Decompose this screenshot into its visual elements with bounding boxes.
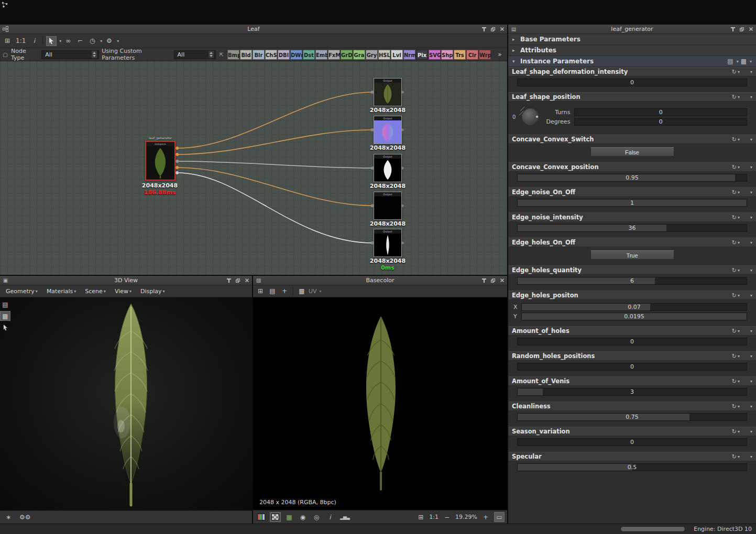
function-icon[interactable]: ↻	[732, 403, 737, 410]
rotation-dial[interactable]	[518, 105, 542, 129]
float-icon[interactable]	[739, 26, 745, 32]
slider-leaf-shape-deformation-intensity[interactable]: 0	[517, 79, 747, 86]
y-input[interactable]: 0.0195	[521, 313, 747, 320]
close-icon[interactable]	[499, 26, 505, 32]
filter-button-DWr[interactable]: DWr	[290, 50, 302, 60]
param-header[interactable]: Edge_holes_On_Off ↻▾▾	[508, 238, 756, 247]
float-icon[interactable]	[235, 277, 241, 284]
view2d-panel-header[interactable]: ▨ Basecolor	[253, 276, 507, 285]
chevron-down-icon[interactable]: ▾	[750, 165, 752, 170]
menu-geometry[interactable]: Geometry▾	[2, 286, 41, 297]
filter-button-Lvl[interactable]: Lvl	[391, 50, 403, 60]
pop-panel-icon[interactable]: ▤	[0, 299, 10, 309]
function-icon[interactable]: ↻	[732, 328, 737, 335]
function-icon[interactable]: ↻	[732, 239, 737, 246]
chevron-down-icon[interactable]: ▾	[750, 268, 752, 273]
chevron-down-icon[interactable]: ▾	[750, 379, 752, 384]
filter-button-Bld[interactable]: Bld	[240, 50, 252, 60]
param-header[interactable]: Random_holes_positions ↻▾▾	[508, 351, 756, 361]
comment-tool-icon[interactable]: ⌐	[75, 36, 85, 46]
param-header[interactable]: Edge_noise_intensity ↻▾▾	[508, 213, 756, 222]
concave-convex-switch-button[interactable]: False	[590, 147, 674, 157]
node-output-normal[interactable]: Output	[374, 116, 402, 144]
filter-button-Emb[interactable]: Emb	[315, 50, 327, 60]
function-icon[interactable]: ↻	[732, 94, 737, 101]
chevron-down-icon[interactable]: ▾	[750, 95, 752, 99]
param-header[interactable]: Amount_of_holes ↻▾▾	[508, 326, 756, 336]
section-base-parameters[interactable]: ▸ Base Parameters	[508, 34, 756, 45]
chevron-down-icon[interactable]: ▾	[738, 70, 740, 74]
close-icon[interactable]	[748, 26, 754, 32]
chevron-down-icon[interactable]: ▾	[750, 190, 752, 195]
node-output-basecolor[interactable]: Output	[374, 78, 402, 106]
slider-edge-holes-quantity[interactable]: 6	[517, 277, 747, 285]
chevron-down-icon[interactable]: ▾	[750, 429, 752, 434]
filter-button-Gra[interactable]: Gra	[353, 50, 365, 60]
zoom-in-button[interactable]: +	[480, 512, 491, 522]
settings-gear-icon[interactable]: ⚙	[104, 36, 114, 46]
dock-icon[interactable]	[481, 277, 487, 284]
filter-button-Gry[interactable]: Gry	[366, 50, 378, 60]
slider-concave-convex-position[interactable]: 0.95	[517, 174, 747, 182]
parameters-panel-header[interactable]: ▤ leaf_generator	[508, 25, 756, 34]
close-icon[interactable]	[244, 277, 250, 284]
view2d-viewport[interactable]: 2048 x 2048 (RGBA, 8bpc)	[253, 297, 507, 510]
chevron-down-icon[interactable]: ▾	[750, 215, 752, 220]
preset-icon[interactable]: ▤	[727, 58, 733, 65]
param-header[interactable]: Specular ↻▾▾	[508, 452, 756, 461]
chevron-down-icon[interactable]: ▾	[737, 59, 739, 64]
function-icon[interactable]: ↻	[732, 428, 737, 435]
function-icon[interactable]: ↻	[732, 267, 737, 274]
tiling-icon[interactable]: ▦	[284, 512, 294, 522]
function-icon[interactable]: ↻	[732, 189, 737, 196]
param-header[interactable]: Edge_noise_On_Off ↻▾▾	[508, 187, 756, 197]
filter-box-icon[interactable]: ▢	[2, 51, 8, 58]
custom-params-select[interactable]: All	[174, 50, 216, 59]
function-icon[interactable]: ↻	[732, 136, 737, 143]
export-icon[interactable]: ▤	[267, 286, 278, 296]
zoom-out-button[interactable]: −	[442, 512, 452, 522]
function-icon[interactable]: ↻	[732, 164, 737, 171]
edge-holes-switch-button[interactable]: True	[590, 250, 674, 260]
chevron-down-icon[interactable]: ▾	[738, 354, 740, 359]
filter-button-GrD[interactable]: GrD	[341, 50, 353, 60]
zoom-ratio-button[interactable]: 1:1	[14, 36, 27, 46]
node-type-select[interactable]: All	[41, 50, 99, 59]
chevron-down-icon[interactable]: ▾	[738, 215, 740, 220]
node-leaf-generator[interactable]: Instance	[145, 141, 176, 181]
chevron-down-icon[interactable]: ▾	[750, 354, 752, 359]
param-header[interactable]: Cleanliness ↻▾▾	[508, 402, 756, 411]
histogram-icon[interactable]: ▂▅▃	[338, 512, 351, 522]
timer-caret-icon[interactable]: ▾	[100, 39, 102, 43]
chevron-down-icon[interactable]: ▾	[738, 293, 740, 298]
node-output-opacity[interactable]: Output	[374, 154, 402, 182]
folder-icon[interactable]: ▩	[741, 58, 747, 65]
param-header[interactable]: Leaf_shape_position ↻▾▾	[508, 92, 756, 102]
fit-icon[interactable]: ⊞	[415, 512, 426, 522]
filter-button-Nrm[interactable]: Nrm	[403, 50, 415, 60]
transform-icon[interactable]: +	[279, 286, 290, 296]
menu-scene[interactable]: Scene▾	[81, 286, 109, 297]
menu-display[interactable]: Display▾	[137, 286, 169, 297]
info-icon[interactable]: i	[325, 512, 335, 522]
dock-icon[interactable]	[226, 277, 232, 284]
camera-icon[interactable]: ▩	[297, 286, 307, 296]
snap-grid-icon[interactable]: ⊞	[2, 36, 13, 46]
function-icon[interactable]: ↻	[732, 453, 737, 460]
dock-icon[interactable]	[730, 26, 736, 32]
chevron-down-icon[interactable]: ▾	[738, 429, 740, 434]
x-input[interactable]: 0.07	[521, 303, 747, 311]
grid-icon[interactable]: ⊞	[255, 286, 266, 296]
chevron-down-icon[interactable]: ▾	[738, 454, 740, 459]
channels-icon[interactable]	[256, 512, 267, 522]
chevron-down-icon[interactable]: ▾	[750, 454, 752, 459]
filter-button-Shp[interactable]: Shp	[441, 50, 453, 60]
chevron-down-icon[interactable]: ▾	[738, 329, 740, 333]
settings-caret-icon[interactable]: ▾	[117, 39, 119, 43]
param-header[interactable]: Edge_holes_quantity ↻▾▾	[508, 265, 756, 275]
function-icon[interactable]: ↻	[732, 69, 737, 75]
filter-button-HSL[interactable]: HSL	[378, 50, 390, 60]
degrees-input[interactable]: 0	[574, 118, 747, 126]
chevron-down-icon[interactable]: ▾	[750, 59, 752, 64]
section-attributes[interactable]: ▸ Attributes	[508, 45, 756, 56]
